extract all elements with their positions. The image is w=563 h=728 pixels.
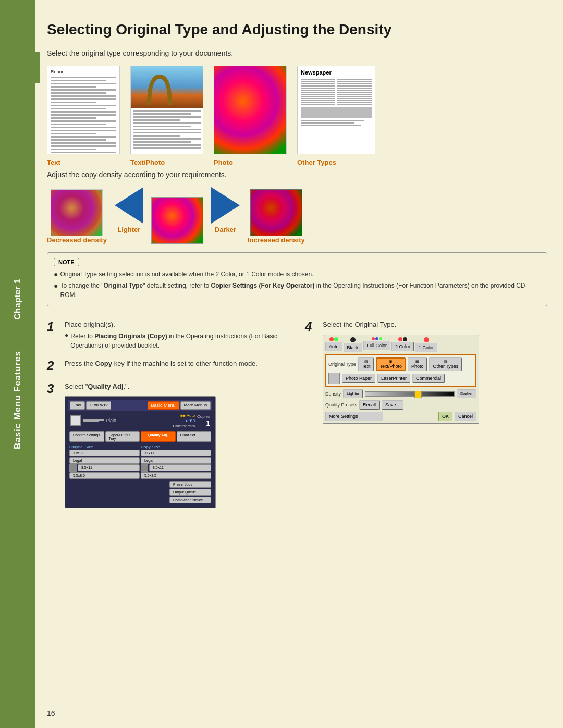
nl14 <box>337 79 372 80</box>
tl4 <box>133 119 180 121</box>
cs-11x17[interactable]: 11x17 <box>141 450 211 456</box>
text-line <box>51 108 106 109</box>
btn-auto[interactable]: Auto <box>325 342 342 351</box>
ot-other[interactable]: ▤ Other Types <box>429 357 462 371</box>
btn-full-color[interactable]: Full Color <box>363 341 391 350</box>
news-col-1 <box>301 79 335 105</box>
note-bullet-2: ● To change the "Original Type" default … <box>54 281 541 300</box>
nl15 <box>337 81 372 82</box>
nbl1 <box>301 120 364 121</box>
screen-confirm-btn[interactable]: Confirm Settings <box>69 431 104 442</box>
label-other-types: Other Types <box>297 158 336 166</box>
screen-plain-label: Plain <box>106 418 116 423</box>
quality-presets-row: Quality Presets Recall Save... <box>325 400 476 410</box>
color-dots-2 <box>398 337 407 341</box>
nl3 <box>301 83 335 84</box>
density-lighter-btn[interactable]: Lighter <box>343 389 363 398</box>
nl11 <box>301 100 335 101</box>
tl3 <box>133 116 201 118</box>
paper-laser[interactable]: LaserPrinter <box>377 374 410 383</box>
screen-btn-basic[interactable]: Basic Menu <box>148 401 179 410</box>
s-55x85[interactable]: 5.5x8.5 <box>69 472 140 479</box>
arrow-right-icon <box>211 187 240 224</box>
screen-paper-info <box>83 419 104 422</box>
color-btn-black: Black <box>344 337 362 352</box>
nbl2 <box>301 122 354 124</box>
steps-row: 1 Place original(s). ● Refer to Placing … <box>47 319 547 516</box>
nl23 <box>337 98 372 99</box>
ot-text[interactable]: ▤ Text <box>358 357 374 371</box>
screen-btn-size[interactable]: 11x8.5/1v <box>86 401 112 410</box>
paper-commercial[interactable]: Commercial <box>412 374 445 383</box>
orig-type-label: Original Type <box>328 362 356 367</box>
nl8 <box>301 94 335 95</box>
screen-auto-label: ■■ Auto <box>180 413 195 418</box>
dot-black <box>350 337 356 342</box>
copies-value: 1 <box>206 419 210 427</box>
text-line <box>51 152 116 153</box>
nl5 <box>301 88 335 89</box>
screen-proof-btn[interactable]: Proof Set <box>177 431 212 442</box>
nl2 <box>301 81 335 82</box>
step-1: 1 Place original(s). ● Refer to Placing … <box>47 319 289 351</box>
screen-btn-tool[interactable]: Tool <box>70 401 85 410</box>
screen-right-info: ■■ Auto ▲▼3 Commercial <box>173 413 195 428</box>
screen-btn-more[interactable]: More Menus <box>180 401 211 410</box>
cancel-btn[interactable]: Cancel <box>455 412 476 421</box>
paper-line-2 <box>83 421 99 422</box>
completion-btn[interactable]: Completion Notice <box>169 497 211 503</box>
landscape-photo <box>131 66 203 108</box>
screen-paper-btn[interactable]: Paper/Output Tray <box>105 431 140 442</box>
btn-1color[interactable]: 1 Color <box>415 343 437 352</box>
density-slider[interactable] <box>365 391 455 397</box>
nl19 <box>337 90 372 91</box>
nl25 <box>337 102 372 103</box>
btn-black[interactable]: Black <box>344 343 362 352</box>
orig-type-row: Original Type ▤ Text ▣ Text/Photo <box>328 357 473 371</box>
btn-2color[interactable]: 2 Color <box>391 342 414 351</box>
cs-85x11[interactable]: 8.5x11 <box>149 464 211 471</box>
text-line <box>51 95 116 97</box>
recall-btn[interactable]: Recall <box>359 400 380 410</box>
s-legal[interactable]: Legal <box>69 457 140 464</box>
cs-85-row: 8.5x11 <box>141 464 211 472</box>
ot-tp-icon: ▣ <box>389 360 393 364</box>
screen-quality-btn[interactable]: Quality Adj. <box>141 431 176 442</box>
dot-1c <box>424 337 429 342</box>
paper-photo[interactable]: Photo Paper <box>342 374 375 383</box>
step-4: 4 Select the Original Type. Au <box>305 319 547 424</box>
type-item-text: Report <box>47 66 120 166</box>
ok-btn[interactable]: OK <box>438 412 452 421</box>
tl10 <box>133 138 201 140</box>
text-line <box>51 89 116 91</box>
ot-textphoto[interactable]: ▣ Text/Photo <box>376 357 406 371</box>
step-1-bullet: ● <box>65 331 68 339</box>
text-line <box>51 120 116 122</box>
cs-legal[interactable]: Legal <box>141 457 211 464</box>
density-row-screen: Density Lighter Darker <box>325 389 476 398</box>
text-line <box>51 149 96 150</box>
preset-jobs-btn[interactable]: Preset Jobs <box>169 481 211 488</box>
s-85x11[interactable]: 8.5x11 <box>78 464 140 471</box>
label-lighter: Lighter <box>117 226 140 233</box>
screen-sizes-right: Copy Size 11x17 Legal 8.5x11 5.5x8.5 <box>141 445 211 479</box>
steps-left: 1 Place original(s). ● Refer to Placing … <box>47 319 289 516</box>
original-types-row: Report <box>47 66 547 166</box>
density-darker-btn[interactable]: Darker <box>457 389 476 398</box>
text-line <box>51 80 106 81</box>
s-11x17[interactable]: 11x17 <box>69 450 140 456</box>
step-2: 2 Press the Copy key if the machine is s… <box>47 359 289 373</box>
density-increased: Increased density <box>248 189 305 244</box>
density-image-decreased <box>51 189 103 236</box>
ot-photo[interactable]: ▦ Photo <box>408 357 427 371</box>
output-queue-btn[interactable]: Output Queue <box>169 489 211 496</box>
cs-55x85[interactable]: 5.5x8.5 <box>141 472 211 479</box>
sidebar: Chapter 1 Basic Menu Features <box>0 0 35 728</box>
color-buttons-row: Auto Black <box>325 337 476 352</box>
nl22 <box>337 96 372 97</box>
label-decreased: Decreased density <box>47 236 107 244</box>
more-settings-btn[interactable]: More Settings <box>325 412 383 421</box>
tl8 <box>133 132 201 133</box>
page-number: 16 <box>47 709 55 718</box>
save-btn[interactable]: Save... <box>382 400 403 410</box>
